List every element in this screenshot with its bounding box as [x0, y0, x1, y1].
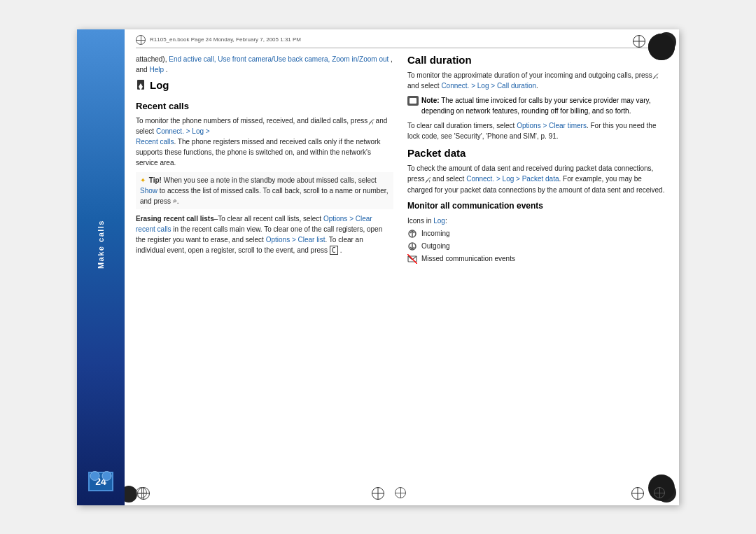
- right-column: Call duration To monitor the approximate…: [407, 54, 665, 484]
- reg-mark-bm: [372, 487, 384, 500]
- left-column: attached), End active call, Use front ca…: [136, 54, 393, 484]
- header-bar: R1105_en.book Page 24 Monday, February 7…: [136, 35, 665, 48]
- log-link: Log: [433, 217, 445, 225]
- note-box: Note: The actual time invoiced for calls…: [407, 95, 665, 116]
- call-duration-body1: To monitor the approximate duration of y…: [407, 70, 665, 92]
- intro-attached: attached),: [136, 55, 169, 63]
- options-clear-list-link: Options > Clear list: [266, 236, 326, 244]
- erasing-paragraph: Erasing recent call lists–To clear all r…: [136, 213, 393, 255]
- incoming-icon: [407, 229, 417, 239]
- recent-calls-link: Recent calls: [136, 138, 174, 146]
- packet-data-link: Connect. > Log > Packet data: [466, 175, 559, 183]
- intro-paragraph: attached), End active call, Use front ca…: [136, 54, 393, 75]
- call-duration-link: Connect. > Log > Call duration: [441, 82, 536, 90]
- incoming-label: Incoming: [421, 227, 450, 240]
- outgoing-icon-item: Outgoing: [407, 240, 665, 253]
- log-section-header: Log: [136, 79, 393, 95]
- packet-data-title: Packet data: [407, 147, 665, 159]
- reg-mark-tr: [633, 35, 645, 48]
- monitor-title: Monitor all communication events: [407, 201, 665, 211]
- note-text: Note: The actual time invoiced for calls…: [421, 95, 665, 116]
- incoming-icon-item: Incoming: [407, 227, 665, 240]
- note-icon: [407, 96, 419, 106]
- header-crosshair: [136, 35, 146, 45]
- bottom-mid-crosshair: [395, 487, 406, 498]
- connect-log-link: Connect. > Log >: [156, 127, 210, 135]
- bottom-reg-area: [136, 484, 665, 498]
- recent-calls-title: Recent calls: [136, 101, 393, 111]
- outgoing-label: Outgoing: [421, 240, 450, 253]
- outgoing-icon: [407, 241, 417, 251]
- content-area: R1105_en.book Page 24 Monday, February 7…: [125, 29, 679, 505]
- packet-data-body: To check the amount of data sent and rec…: [407, 163, 665, 195]
- erasing-bold-label: Erasing recent call lists: [136, 215, 214, 223]
- intro-period: .: [166, 66, 168, 73]
- two-columns: attached), End active call, Use front ca…: [136, 54, 665, 484]
- tip-label: Tip!: [149, 176, 164, 184]
- sidebar-make-calls-label: Make calls: [97, 220, 105, 269]
- tip-star-icon: ✦: [140, 176, 146, 184]
- intro-links: End active call, Use front camera/Use ba…: [169, 55, 388, 63]
- page-container: Make calls 24 R1105_en.book Page 24 Mond…: [0, 0, 756, 534]
- bottom-left-crosshair: [136, 487, 147, 498]
- icons-intro-text: Icons in Log:: [407, 215, 665, 227]
- sidebar-bottom-circles: [90, 471, 112, 481]
- missed-label: Missed communication events: [421, 253, 515, 265]
- recent-calls-body: To monitor the phone numbers of missed, …: [136, 115, 393, 169]
- reg-mark-br: [631, 487, 644, 500]
- book-page: Make calls 24 R1105_en.book Page 24 Mond…: [77, 29, 679, 505]
- call-duration-body2: To clear call duration timers, select Op…: [407, 120, 665, 141]
- note-label: Note:: [421, 97, 440, 104]
- tip-show-link: Show: [140, 187, 158, 195]
- icons-list: Icons in Log: Incoming: [407, 215, 665, 265]
- log-title: Log: [150, 79, 169, 91]
- tip-box: ✦ Tip! When you see a note in the standb…: [136, 172, 393, 209]
- bottom-right-crosshair: [654, 487, 665, 498]
- svg-line-12: [407, 254, 417, 264]
- dark-circle-tr: [648, 34, 675, 60]
- options-clear-timers-link: Options > Clear timers: [517, 122, 587, 129]
- missed-icon: [407, 254, 417, 264]
- left-sidebar: Make calls 24: [77, 29, 125, 505]
- missed-icon-item: Missed communication events: [407, 253, 665, 265]
- call-duration-title: Call duration: [407, 54, 665, 66]
- intro-help: Help: [149, 66, 164, 73]
- log-icon: [136, 80, 146, 94]
- header-text: R1105_en.book Page 24 Monday, February 7…: [150, 36, 301, 43]
